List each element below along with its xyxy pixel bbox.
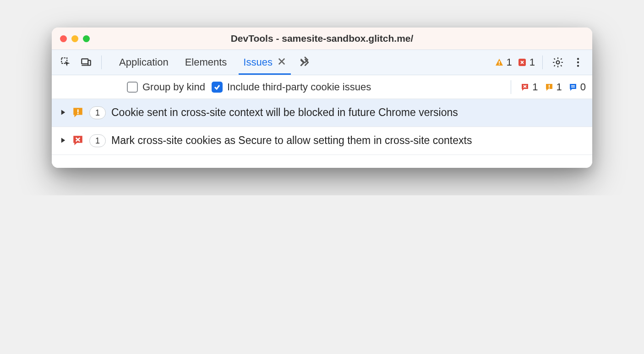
close-icon[interactable]: [277, 57, 286, 68]
more-options-button[interactable]: [570, 55, 586, 70]
checkbox-unchecked-icon: [127, 82, 138, 93]
group-by-kind-checkbox[interactable]: Group by kind: [127, 81, 205, 93]
main-toolbar: Application Elements Issues: [52, 50, 592, 75]
gear-icon: [552, 56, 564, 68]
issues-filter-bar: Group by kind Include third-party cookie…: [52, 75, 592, 99]
svg-rect-14: [77, 110, 79, 113]
expand-arrow-icon[interactable]: [60, 137, 66, 144]
svg-rect-10: [549, 85, 550, 87]
warning-bubble-icon: [72, 106, 84, 120]
issue-title: Cookie sent in cross-site context will b…: [111, 105, 584, 120]
svg-rect-3: [499, 61, 500, 63]
settings-button[interactable]: [550, 55, 566, 70]
checkbox-label: Group by kind: [142, 81, 205, 93]
count-value: 1: [532, 81, 538, 93]
close-window-button[interactable]: [60, 35, 67, 42]
error-square-icon: [518, 58, 527, 67]
error-issue-count[interactable]: 1: [520, 81, 538, 93]
error-bubble-icon: [520, 83, 529, 92]
device-toolbar-icon[interactable]: [78, 55, 94, 70]
tab-label: Issues: [243, 56, 273, 68]
checkbox-checked-icon: [212, 82, 223, 93]
inspect-element-icon[interactable]: [58, 55, 74, 70]
titlebar: DevTools - samesite-sandbox.glitch.me/: [52, 28, 592, 50]
kebab-icon: [572, 56, 584, 68]
count-value: 1: [507, 56, 512, 68]
error-bubble-icon: [72, 134, 84, 148]
info-bubble-icon: [568, 83, 578, 92]
expand-arrow-icon[interactable]: [60, 109, 66, 116]
warning-issue-count[interactable]: 1: [545, 81, 562, 93]
badge-value: 1: [95, 108, 100, 118]
info-issue-count[interactable]: 0: [568, 81, 586, 93]
window-title: DevTools - samesite-sandbox.glitch.me/: [52, 33, 592, 44]
warning-count[interactable]: 1: [495, 56, 512, 68]
toolbar-issue-counts: 1 1: [495, 56, 535, 68]
issue-title: Mark cross-site cookies as Secure to all…: [111, 133, 584, 148]
issues-list: 1 Cookie sent in cross-site context will…: [52, 99, 592, 168]
warning-triangle-icon: [495, 58, 504, 67]
maximize-window-button[interactable]: [83, 35, 90, 42]
svg-rect-1: [82, 59, 88, 64]
svg-rect-4: [499, 64, 500, 65]
issue-row[interactable]: 1 Mark cross-site cookies as Secure to a…: [52, 127, 592, 155]
toolbar-divider: [101, 55, 102, 69]
tab-label: Application: [119, 56, 169, 68]
issue-kind-counts: 1 1 0: [520, 81, 586, 93]
tab-issues[interactable]: Issues: [235, 50, 295, 75]
toolbar-divider: [542, 55, 543, 69]
count-value: 0: [580, 81, 586, 93]
error-count[interactable]: 1: [518, 56, 535, 68]
count-value: 1: [529, 56, 535, 68]
checkbox-label: Include third-party cookie issues: [227, 81, 371, 93]
svg-rect-2: [88, 61, 90, 66]
more-tabs-button[interactable]: [295, 50, 314, 75]
warning-bubble-icon: [545, 83, 554, 92]
count-value: 1: [557, 81, 562, 93]
toolbar-divider: [511, 80, 511, 94]
include-third-party-checkbox[interactable]: Include third-party cookie issues: [212, 81, 371, 93]
tab-elements[interactable]: Elements: [177, 50, 235, 75]
svg-rect-11: [549, 88, 550, 88]
svg-point-9: [577, 65, 579, 66]
badge-value: 1: [95, 136, 100, 146]
minimize-window-button[interactable]: [71, 35, 78, 42]
svg-point-7: [577, 58, 579, 60]
window-controls: [60, 35, 90, 42]
svg-rect-12: [571, 85, 575, 86]
svg-point-6: [557, 61, 560, 64]
issue-count-badge: 1: [89, 134, 106, 147]
devtools-window: DevTools - samesite-sandbox.glitch.me/ A…: [52, 28, 592, 168]
tab-label: Elements: [185, 56, 227, 68]
issue-count-badge: 1: [89, 106, 106, 119]
svg-rect-15: [77, 113, 79, 114]
issue-row[interactable]: 1 Cookie sent in cross-site context will…: [52, 99, 592, 127]
tab-application[interactable]: Application: [111, 50, 177, 75]
svg-point-8: [577, 61, 579, 63]
panel-tabs: Application Elements Issues: [111, 50, 314, 75]
svg-rect-13: [571, 87, 575, 88]
